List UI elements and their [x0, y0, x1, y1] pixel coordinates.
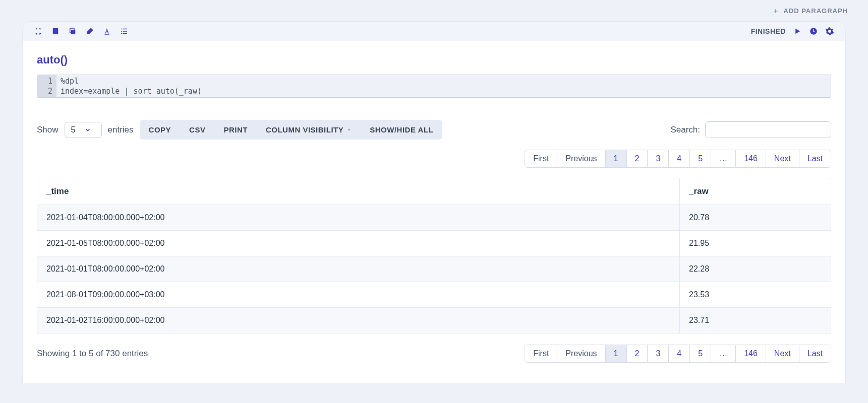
plus-icon	[772, 8, 779, 15]
play-icon[interactable]	[793, 27, 802, 36]
page-146[interactable]: 146	[735, 345, 766, 363]
page-2[interactable]: 2	[626, 150, 648, 168]
table-row: 2021-01-05T08:00:00.000+02:00 21.95	[37, 231, 831, 256]
page-4[interactable]: 4	[668, 345, 690, 363]
column-visibility-label: COLUMN VISIBILITY	[266, 125, 343, 134]
cell-raw: 23.71	[680, 308, 831, 333]
caret-down-icon	[346, 127, 352, 132]
page-1[interactable]: 1	[605, 345, 627, 363]
page-2[interactable]: 2	[626, 345, 648, 363]
cell-time: 2021-08-01T09:00:00.000+03:00	[37, 282, 680, 308]
svg-rect-7	[121, 33, 122, 34]
code-lines: %dpl index=example | sort auto(_raw)	[56, 75, 831, 97]
code-editor[interactable]: 12 %dpl index=example | sort auto(_raw)	[37, 75, 831, 98]
cell-time: 2021-01-02T16:00:00.000+02:00	[37, 308, 680, 333]
add-paragraph-label: ADD PARAGRAPH	[783, 7, 848, 15]
paragraph-card: FINISHED auto() 12 %dpl index=example | …	[23, 22, 845, 383]
svg-rect-5	[121, 31, 122, 32]
page-first[interactable]: First	[525, 150, 557, 168]
cell-raw: 23.53	[680, 282, 831, 308]
page-4[interactable]: 4	[668, 150, 690, 168]
page-ellipsis: …	[711, 345, 736, 363]
collapse-icon[interactable]	[34, 27, 43, 36]
cell-time: 2021-01-01T08:00:00.000+02:00	[37, 256, 680, 282]
page-3[interactable]: 3	[647, 345, 669, 363]
page-5[interactable]: 5	[689, 345, 711, 363]
page-previous[interactable]: Previous	[557, 150, 605, 168]
column-visibility-button[interactable]: COLUMN VISIBILITY	[257, 120, 361, 140]
page-146[interactable]: 146	[735, 150, 766, 168]
cell-raw: 20.78	[680, 205, 831, 231]
page-last[interactable]: Last	[799, 150, 831, 168]
export-button-group: COPY CSV PRINT COLUMN VISIBILITY SHOW/HI…	[140, 120, 443, 140]
list-icon[interactable]	[120, 27, 129, 36]
table-info: Showing 1 to 5 of 730 entries	[37, 349, 148, 359]
page-next[interactable]: Next	[766, 345, 799, 363]
add-paragraph-button[interactable]: ADD PARAGRAPH	[772, 7, 848, 15]
svg-rect-8	[123, 33, 127, 34]
chevron-down-icon	[84, 126, 91, 133]
clock-icon[interactable]	[809, 27, 818, 36]
page-next[interactable]: Next	[766, 150, 799, 168]
page-first[interactable]: First	[525, 345, 557, 363]
page-previous[interactable]: Previous	[557, 345, 605, 363]
paragraph-title: auto()	[37, 53, 831, 66]
gear-icon[interactable]	[825, 27, 834, 36]
entries-label: entries	[108, 125, 134, 135]
show-label: Show	[37, 125, 59, 135]
copy-button[interactable]: COPY	[140, 120, 181, 140]
page-last[interactable]: Last	[799, 345, 831, 363]
erase-icon[interactable]	[85, 27, 94, 36]
table-row: 2021-01-04T08:00:00.000+02:00 20.78	[37, 205, 831, 231]
col-time[interactable]: _time	[37, 178, 680, 205]
svg-rect-3	[121, 29, 122, 30]
cell-time: 2021-01-05T08:00:00.000+02:00	[37, 231, 680, 256]
search-label: Search:	[670, 125, 700, 135]
print-button[interactable]: PRINT	[214, 120, 257, 140]
page-size-select[interactable]: 5	[65, 122, 102, 138]
svg-rect-0	[53, 28, 59, 34]
table-row: 2021-08-01T09:00:00.000+03:00 23.53	[37, 282, 831, 308]
font-icon[interactable]	[102, 27, 111, 36]
cell-time: 2021-01-04T08:00:00.000+02:00	[37, 205, 680, 231]
pagination-top: First Previous 1 2 3 4 5 … 146 Next Last	[525, 150, 831, 168]
table-row: 2021-01-01T08:00:00.000+02:00 22.28	[37, 256, 831, 282]
page-size-value: 5	[71, 125, 76, 135]
show-hide-all-button[interactable]: SHOW/HIDE ALL	[361, 120, 442, 140]
svg-rect-4	[123, 29, 127, 30]
page-3[interactable]: 3	[647, 150, 669, 168]
table-row: 2021-01-02T16:00:00.000+02:00 23.71	[37, 308, 831, 333]
book-icon[interactable]	[51, 27, 60, 36]
cell-raw: 21.95	[680, 231, 831, 256]
csv-button[interactable]: CSV	[180, 120, 214, 140]
search-input[interactable]	[705, 121, 831, 138]
page-5[interactable]: 5	[689, 150, 711, 168]
copy-icon[interactable]	[68, 27, 77, 36]
pagination-bottom: First Previous 1 2 3 4 5 … 146 Next Last	[525, 345, 831, 363]
svg-rect-6	[123, 31, 127, 32]
code-gutter: 12	[37, 75, 56, 97]
status-text: FINISHED	[751, 27, 786, 35]
page-ellipsis: …	[711, 150, 736, 168]
col-raw[interactable]: _raw	[680, 178, 831, 205]
page-1[interactable]: 1	[605, 150, 627, 168]
results-table: _time _raw 2021-01-04T08:00:00.000+02:00…	[37, 178, 831, 333]
card-toolbar: FINISHED	[23, 22, 845, 41]
cell-raw: 22.28	[680, 256, 831, 282]
svg-rect-1	[71, 30, 75, 34]
